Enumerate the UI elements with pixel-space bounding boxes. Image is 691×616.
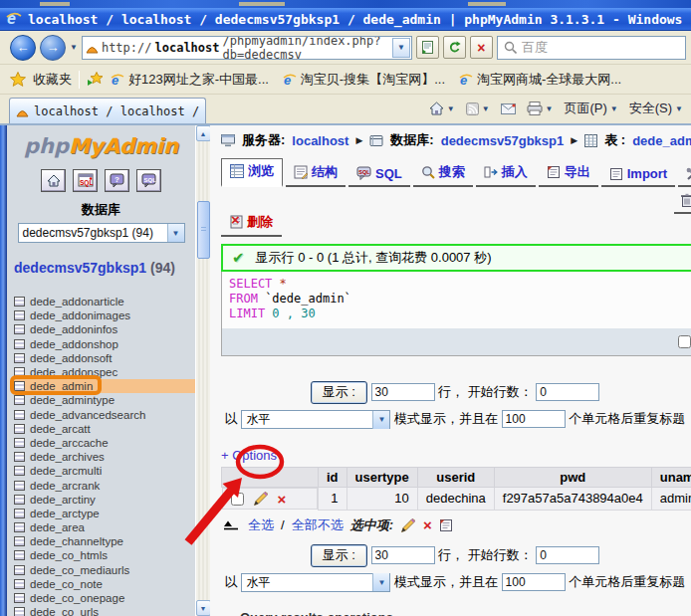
sidebar-table-item[interactable]: dede_addonimages: [14, 308, 195, 322]
start-row-input[interactable]: [536, 546, 599, 564]
sidebar-table-item[interactable]: dede_channeltype: [14, 534, 195, 548]
pma-favicon: [16, 105, 29, 117]
add-favorite-icon[interactable]: [87, 72, 104, 87]
home-icon[interactable]: [41, 169, 66, 192]
sidebar-table-item[interactable]: dede_area: [14, 520, 195, 534]
sidebar-table-item[interactable]: dede_arcatt: [14, 422, 195, 436]
table-link[interactable]: dede_admin: [632, 133, 691, 148]
forward-button[interactable]: →: [40, 35, 66, 61]
read-mail-button[interactable]: [501, 103, 516, 114]
sidebar-table-item[interactable]: dede_archives: [14, 450, 195, 464]
back-button[interactable]: ←: [10, 35, 36, 61]
export-icon[interactable]: [439, 518, 453, 532]
show-button[interactable]: 显示 :: [311, 544, 367, 567]
edit-pencil-icon[interactable]: [253, 491, 269, 507]
sidebar-table-item[interactable]: dede_addonshop: [14, 337, 195, 351]
scroll-down-button[interactable]: ▼: [196, 600, 211, 616]
check-all-link[interactable]: 全选: [248, 516, 274, 534]
page-menu-button[interactable]: 页面(P)▼: [564, 100, 617, 117]
database-select[interactable]: dedecmsv57gbksp1 (94) ▼: [18, 223, 185, 243]
url-dropdown-button[interactable]: ▼: [392, 38, 410, 58]
favorites-star-icon[interactable]: [10, 72, 26, 87]
tab-browse[interactable]: 浏览: [221, 158, 283, 187]
sidebar-table-item[interactable]: dede_co_urls: [14, 605, 195, 616]
browser-tab[interactable]: localhost / localhost / dedecmsv57gbksp1…: [9, 98, 206, 123]
column-header[interactable]: id: [319, 468, 347, 488]
print-button[interactable]: ▼: [527, 102, 554, 115]
search-box[interactable]: 百度: [497, 36, 686, 60]
server-link[interactable]: localhost: [292, 133, 348, 148]
repeat-suffix-label: 个单元格后重复标题: [566, 411, 686, 426]
tab-label: SQL: [375, 166, 402, 181]
favorite-link[interactable]: e淘宝贝-搜集【淘宝网】...: [283, 71, 445, 89]
mode-prefix-label: 以: [225, 574, 242, 589]
favorite-link[interactable]: e好123网址之家-中国最...: [111, 71, 269, 89]
column-header[interactable]: userid: [417, 468, 494, 488]
history-dropdown[interactable]: ▼: [70, 43, 78, 52]
sidebar-table-item[interactable]: dede_arcmulti: [14, 464, 195, 478]
sidebar-table-item[interactable]: dede_arccache: [14, 436, 195, 450]
sidebar-table-item[interactable]: dede_co_note: [14, 577, 195, 591]
options-toggle[interactable]: + Options: [221, 448, 691, 463]
sidebar-table-item[interactable]: dede_co_mediaurls: [14, 563, 195, 577]
rows-input[interactable]: [371, 383, 435, 401]
safety-menu-button[interactable]: 安全(S)▼: [629, 100, 683, 117]
row-checkbox[interactable]: [231, 493, 244, 506]
sidebar-table-item[interactable]: dede_co_onepage: [14, 591, 195, 605]
repeat-headers-input[interactable]: [502, 573, 566, 591]
delete-x-icon[interactable]: ×: [423, 517, 432, 532]
sidebar-table-item[interactable]: dede_arcrank: [14, 478, 195, 492]
tab-empty-clipped[interactable]: 清空: [674, 189, 691, 214]
rows-input[interactable]: [371, 546, 435, 564]
browse-icon: [230, 164, 244, 178]
column-header[interactable]: uname: [651, 468, 691, 488]
sidebar-table-item[interactable]: dede_admintype: [14, 393, 195, 407]
sidebar-table-item[interactable]: dede_arctype: [14, 507, 195, 520]
sql-window-icon[interactable]: SQL: [136, 169, 161, 192]
profiling-checkbox[interactable]: [678, 335, 691, 348]
column-header[interactable]: usertype: [346, 468, 417, 488]
uncheck-all-link[interactable]: 全部不选: [292, 516, 344, 534]
sidebar-table-item[interactable]: dede_admin: [14, 379, 195, 393]
delete-x-icon[interactable]: ×: [278, 492, 287, 507]
tab-operations[interactable]: [678, 164, 691, 187]
tab-import[interactable]: Import: [601, 163, 675, 187]
start-row-input[interactable]: [536, 383, 599, 401]
edit-pencil-icon[interactable]: [400, 517, 416, 533]
sidebar-table-item[interactable]: dede_arctiny: [14, 493, 195, 507]
database-heading-link[interactable]: dedecmsv57gbksp1: [14, 260, 146, 276]
sidebar-scrollbar[interactable]: ▲ ▼: [195, 125, 210, 616]
refresh-button[interactable]: [443, 36, 466, 59]
display-mode-select[interactable]: 水平▼: [241, 410, 390, 429]
sidebar-table-item[interactable]: dede_advancedsearch: [14, 408, 195, 422]
help-icon[interactable]: ?: [105, 169, 129, 192]
sidebar-table-label: dede_arccache: [30, 437, 109, 449]
favorite-link[interactable]: e淘宝网商城-全球最大网...: [459, 71, 621, 89]
tab-export[interactable]: 导出: [539, 160, 598, 187]
tab-search[interactable]: 搜索: [413, 160, 473, 187]
scrollbar-thumb[interactable]: [197, 201, 210, 259]
scroll-up-button[interactable]: ▲: [196, 125, 211, 141]
feeds-button[interactable]: ▼: [466, 103, 490, 115]
compatibility-view-button[interactable]: [416, 36, 439, 59]
home-button[interactable]: ▼: [429, 102, 455, 115]
sidebar-table-item[interactable]: dede_co_htmls: [14, 548, 195, 562]
repeat-headers-input[interactable]: [502, 410, 566, 428]
tab-insert[interactable]: 插入: [476, 160, 536, 187]
tab-structure[interactable]: 结构: [286, 160, 346, 187]
sidebar-table-item[interactable]: dede_addonarticle: [14, 295, 195, 308]
tab-sql[interactable]: SQLSQL: [348, 163, 410, 187]
tab-delete[interactable]: × 删除: [221, 211, 282, 237]
sidebar-table-item[interactable]: dede_addonsoft: [14, 351, 195, 365]
display-mode-select[interactable]: 水平▼: [241, 573, 390, 592]
sql-query-icon[interactable]: SQL: [73, 169, 98, 192]
table-icon: [14, 550, 25, 560]
db-link[interactable]: dedecmsv57gbksp1: [441, 133, 565, 148]
sidebar-table-item[interactable]: dede_addoninfos: [14, 322, 195, 336]
show-button[interactable]: 显示 :: [311, 381, 367, 404]
pma-logo: phpMyAdmin: [7, 134, 195, 158]
url-field[interactable]: http://localhost/phpmyadmin/index.php?db…: [82, 36, 412, 60]
column-header[interactable]: pwd: [494, 468, 651, 488]
favorites-label[interactable]: 收藏夹: [33, 71, 72, 89]
stop-button[interactable]: ×: [470, 36, 493, 59]
